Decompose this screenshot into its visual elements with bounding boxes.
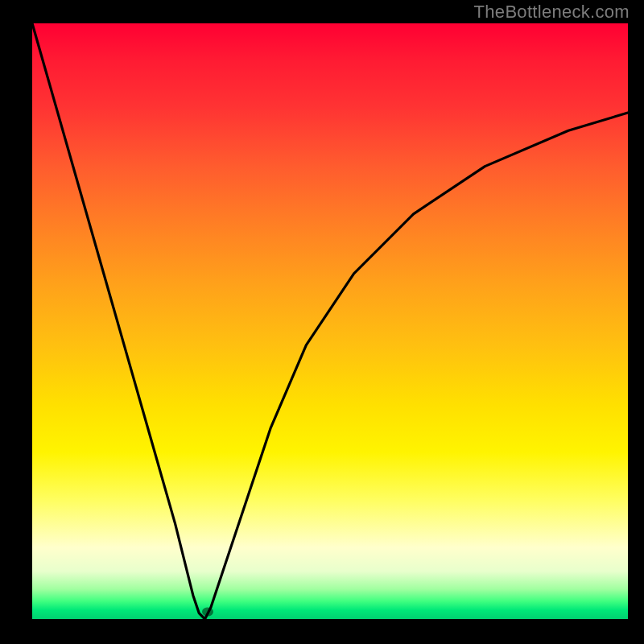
- chart-stage: TheBottleneck.com: [0, 0, 644, 644]
- optimum-marker: [202, 608, 213, 617]
- curve-svg: [32, 23, 628, 619]
- plot-area: [32, 23, 628, 619]
- watermark-text: TheBottleneck.com: [474, 2, 630, 23]
- bottleneck-curve: [32, 23, 628, 619]
